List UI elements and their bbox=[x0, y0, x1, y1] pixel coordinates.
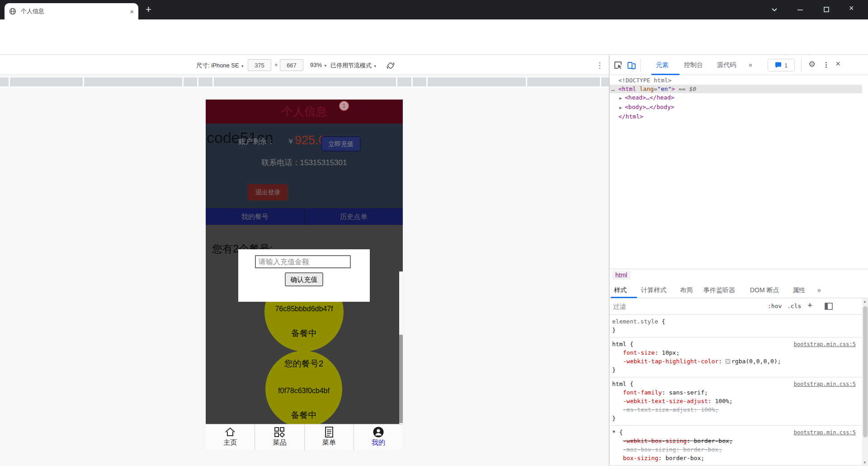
devtools-menu-icon[interactable] bbox=[826, 64, 827, 66]
devtools-settings-icon[interactable]: ⚙ bbox=[808, 59, 816, 69]
breadcrumb-html[interactable]: html bbox=[612, 271, 631, 280]
bottom-nav-bar: 主页 菜品 菜单 我的 bbox=[206, 424, 403, 450]
more-tabs-icon[interactable]: » bbox=[749, 61, 752, 68]
confirm-recharge-button[interactable]: 确认充值 bbox=[285, 272, 323, 286]
tab-properties[interactable]: 属性 bbox=[793, 286, 805, 295]
zoom-select[interactable]: 93% ▼ bbox=[310, 62, 327, 68]
tab-event-listeners[interactable]: 事件监听器 bbox=[703, 286, 735, 295]
recharge-modal: 确认充值 bbox=[238, 249, 370, 302]
dishes-icon bbox=[274, 426, 285, 438]
toggle-sidebar-icon[interactable] bbox=[825, 303, 833, 310]
browser-tab[interactable]: 个人信息 × bbox=[5, 3, 138, 19]
more-tabs-icon[interactable]: » bbox=[817, 286, 821, 294]
nav-menu[interactable]: 菜单 bbox=[305, 424, 354, 450]
scroll-up-icon[interactable]: ▲ bbox=[863, 300, 867, 304]
home-icon bbox=[224, 426, 236, 438]
dropdown-arrow-icon: ▼ bbox=[241, 64, 244, 68]
css-rule-element-style[interactable]: element.style { } bbox=[609, 315, 862, 338]
throttling-select[interactable]: 已停用节流模式 ▼ bbox=[330, 62, 377, 70]
html-close-node[interactable]: </html> bbox=[609, 112, 862, 121]
device-type-select[interactable]: 尺寸: iPhone SE ▼ bbox=[196, 62, 244, 70]
html-node-selected[interactable]: …<html lang="en"> == $0 bbox=[609, 85, 862, 93]
device-toolbar-toggle-icon[interactable] bbox=[627, 60, 637, 70]
devtools-tab-sources[interactable]: 源代码 bbox=[717, 61, 736, 69]
scrollbar-thumb[interactable] bbox=[399, 335, 403, 423]
tab-computed[interactable]: 计算样式 bbox=[641, 286, 666, 295]
elements-breadcrumb-bar: html bbox=[609, 269, 868, 281]
nav-home[interactable]: 主页 bbox=[206, 424, 255, 450]
css-rule-html-1[interactable]: bootstrap.min.css:5 html { font-size10px… bbox=[609, 338, 862, 377]
bookmarks-bar: rx 收藏 其他书签 bbox=[0, 40, 868, 55]
tab-search-chevron-icon[interactable] bbox=[771, 5, 778, 14]
menu-badge: 1 bbox=[339, 101, 349, 111]
phone-viewport: 个人信息 code51cn 账户剩余： ￥ 925.0 立即充值 联系电话：15… bbox=[206, 100, 403, 450]
tab-strip: 个人信息 × + × bbox=[0, 0, 868, 19]
class-button[interactable]: .cls bbox=[787, 303, 801, 309]
stylesheet-link[interactable]: bootstrap.min.css:5 bbox=[794, 428, 856, 437]
window-maximize-button[interactable] bbox=[823, 5, 830, 14]
head-node[interactable]: ▶<head>…</head> bbox=[609, 93, 862, 103]
window-close-button[interactable]: × bbox=[849, 4, 854, 13]
globe-favicon-icon bbox=[9, 8, 16, 15]
style-filter-input[interactable] bbox=[613, 301, 762, 312]
active-tab-underline bbox=[651, 74, 679, 75]
recharge-amount-input[interactable] bbox=[255, 255, 351, 268]
scrollbar-thumb[interactable] bbox=[863, 306, 868, 437]
device-toolbar: 尺寸: iPhone SE ▼ × 93% ▼ 已停用节流模式 ▼ ⋮ bbox=[0, 55, 609, 75]
css-rule-html-2[interactable]: bootstrap.min.css:5 html { font-familysa… bbox=[609, 377, 862, 426]
styles-sidebar-tabs: 样式 计算样式 布局 事件监听器 DOM 断点 属性 » bbox=[609, 281, 868, 298]
page-scrollbar[interactable] bbox=[399, 271, 403, 424]
css-rule-universal[interactable]: bootstrap.min.css:5 * { -webkit-box-sizi… bbox=[609, 426, 862, 466]
tab-dom-breakpoints[interactable]: DOM 断点 bbox=[750, 286, 779, 295]
device-emulation-area: 尺寸: iPhone SE ▼ × 93% ▼ 已停用节流模式 ▼ ⋮ bbox=[0, 55, 609, 466]
nav-dishes[interactable]: 菜品 bbox=[255, 424, 304, 450]
devtools-tab-elements[interactable]: 元素 bbox=[656, 61, 669, 69]
address-bar-row: i http://localhost:8080/dincan/user/pers… bbox=[0, 19, 868, 40]
tab-styles[interactable]: 样式 bbox=[614, 286, 627, 295]
devtools-tab-console[interactable]: 控制台 bbox=[684, 61, 703, 69]
devtools-toolbar: 元素 控制台 源代码 » 1 ⚙ × bbox=[609, 55, 868, 75]
menu-icon bbox=[323, 426, 335, 438]
new-style-rule-button[interactable]: + bbox=[807, 300, 812, 310]
dropdown-arrow-icon: ▼ bbox=[373, 64, 377, 68]
tab-layout[interactable]: 布局 bbox=[680, 286, 693, 295]
rotate-device-icon[interactable] bbox=[386, 61, 396, 71]
tab-close-icon[interactable]: × bbox=[130, 8, 134, 15]
styles-filter-row: :hov .cls + bbox=[609, 298, 868, 315]
styles-pane: element.style { } bootstrap.min.css:5 ht… bbox=[609, 315, 862, 466]
styles-scrollbar[interactable]: ▲ ▼ bbox=[862, 298, 868, 466]
device-width-input[interactable] bbox=[248, 59, 271, 71]
doctype-node[interactable]: <!DOCTYPE html> bbox=[609, 76, 862, 85]
browser-window: 个人信息 × + × i http://localhost:8080/dinca… bbox=[0, 0, 868, 466]
devtools-close-icon[interactable]: × bbox=[835, 59, 840, 69]
stylesheet-link[interactable]: bootstrap.min.css:5 bbox=[794, 340, 856, 349]
hover-state-button[interactable]: :hov bbox=[768, 303, 782, 309]
device-toolbar-menu-icon[interactable]: ⋮ bbox=[596, 61, 604, 70]
stylesheet-link[interactable]: bootstrap.min.css:5 bbox=[794, 380, 856, 389]
color-swatch[interactable] bbox=[726, 359, 730, 364]
nav-mine[interactable]: 我的 bbox=[354, 424, 403, 450]
dropdown-arrow-icon: ▼ bbox=[324, 64, 327, 68]
console-message-count[interactable]: 1 bbox=[768, 59, 795, 71]
profile-icon bbox=[373, 426, 384, 438]
body-node[interactable]: ▶<body>…</body> bbox=[609, 103, 862, 112]
inspect-element-icon[interactable] bbox=[613, 60, 623, 70]
tab-title: 个人信息 bbox=[21, 7, 130, 15]
devtools-panel: 元素 控制台 源代码 » 1 ⚙ × <!DOCTYPE html> …<htm… bbox=[609, 55, 868, 466]
device-height-input[interactable] bbox=[280, 59, 303, 71]
dimension-separator: × bbox=[274, 62, 278, 68]
window-minimize-button[interactable] bbox=[797, 5, 804, 14]
scroll-down-icon[interactable]: ▼ bbox=[863, 461, 867, 465]
elements-tree: <!DOCTYPE html> …<html lang="en"> == $0 … bbox=[609, 76, 862, 269]
console-bubble-icon bbox=[775, 62, 782, 68]
media-query-bar[interactable] bbox=[0, 76, 609, 88]
new-tab-button[interactable]: + bbox=[146, 4, 151, 15]
